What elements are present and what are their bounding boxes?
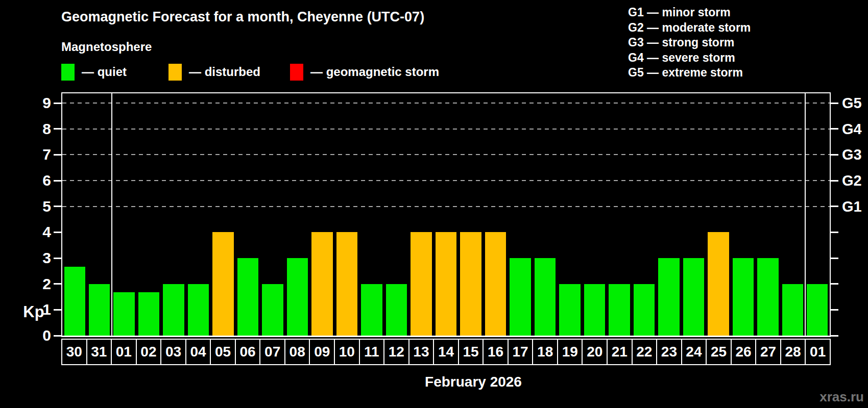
right-tick-kp9 xyxy=(831,103,838,104)
month-boundary-line xyxy=(805,93,806,336)
geomagnetic-forecast-page: Geomagnetic Forecast for a month, Cheyen… xyxy=(0,0,868,408)
kp-bar-day-19 xyxy=(559,284,580,336)
plot-area xyxy=(61,92,831,337)
y-axis-label-9: 9 xyxy=(20,94,51,112)
kp-bar-day-20 xyxy=(584,284,605,336)
left-tick-kp6 xyxy=(54,180,61,182)
g-scale-line-g5: G5 — extreme storm xyxy=(628,65,751,81)
legend-item-disturbed: — disturbed xyxy=(168,62,260,82)
day-label-25: 25 xyxy=(707,340,732,364)
day-label-08: 08 xyxy=(285,340,310,364)
right-tick-kp3 xyxy=(831,258,838,259)
day-label-15: 15 xyxy=(459,340,484,364)
right-tick-kp7 xyxy=(831,154,838,156)
right-tick-kp4 xyxy=(831,232,838,233)
kp-bar-day-28 xyxy=(782,284,803,336)
day-label-12: 12 xyxy=(384,340,409,364)
kp-bar-day-21 xyxy=(609,284,630,336)
day-label-22: 22 xyxy=(633,340,658,364)
legend-label-storm: — geomagnetic storm xyxy=(310,65,439,79)
day-label-04: 04 xyxy=(186,340,211,364)
legend-item-quiet: — quiet xyxy=(61,62,127,82)
gridline-kp8 xyxy=(62,129,830,130)
day-label-11: 11 xyxy=(360,340,385,364)
day-label-24: 24 xyxy=(682,340,707,364)
month-boundary-line xyxy=(111,93,112,336)
kp-bar-day-16 xyxy=(485,232,506,336)
left-tick-kp3 xyxy=(54,258,61,259)
day-label-10: 10 xyxy=(335,340,360,364)
g-axis-label-g5: G5 xyxy=(842,94,868,112)
legend-item-storm: — geomagnetic storm xyxy=(290,62,439,82)
day-label-19: 19 xyxy=(558,340,583,364)
y-axis-label-1: 1 xyxy=(20,301,51,318)
left-tick-kp2 xyxy=(54,283,61,285)
gridline-kp5 xyxy=(62,206,830,207)
day-label-17: 17 xyxy=(509,340,534,364)
y-axis-label-5: 5 xyxy=(20,198,51,215)
kp-bar-day-15 xyxy=(460,232,481,336)
kp-bar-day-06 xyxy=(237,258,258,336)
g-axis-label-g1: G1 xyxy=(842,198,868,215)
day-label-16: 16 xyxy=(484,340,509,364)
y-axis-label-0: 0 xyxy=(20,327,51,344)
kp-bar-day-26 xyxy=(733,258,754,336)
day-label-26: 26 xyxy=(732,340,757,364)
day-label-02: 02 xyxy=(137,340,162,364)
kp-bar-day-05 xyxy=(212,232,233,336)
x-axis-day-labels: 3031010203040506070809101112131415161718… xyxy=(61,339,831,365)
right-tick-kp8 xyxy=(831,128,838,130)
day-label-01: 01 xyxy=(806,340,830,364)
legend-label-quiet: — quiet xyxy=(82,65,127,79)
day-label-30: 30 xyxy=(62,340,87,364)
right-tick-kp5 xyxy=(831,206,838,207)
left-tick-kp0 xyxy=(54,335,61,337)
g-scale-line-g4: G4 — severe storm xyxy=(628,50,751,66)
quiet-color-swatch xyxy=(61,64,75,81)
kp-bar-day-01 xyxy=(807,284,828,336)
kp-bar-day-12 xyxy=(386,284,407,336)
day-label-13: 13 xyxy=(409,340,435,364)
y-axis-label-3: 3 xyxy=(20,249,51,267)
day-label-28: 28 xyxy=(781,340,806,364)
g-scale-line-g1: G1 — minor storm xyxy=(628,5,751,20)
kp-bar-day-30 xyxy=(64,267,85,336)
day-label-20: 20 xyxy=(583,340,608,364)
left-tick-kp8 xyxy=(54,128,61,130)
gridline-kp6 xyxy=(62,180,830,181)
kp-bar-day-04 xyxy=(188,284,209,336)
right-tick-kp0 xyxy=(831,335,838,337)
disturbed-color-swatch xyxy=(168,64,182,81)
chart-subtitle: Magnetosphere xyxy=(61,40,152,54)
storm-color-swatch xyxy=(290,64,303,81)
left-tick-kp4 xyxy=(54,232,61,233)
kp-bar-day-09 xyxy=(311,232,332,336)
day-label-01: 01 xyxy=(112,340,137,364)
gridline-kp7 xyxy=(62,154,830,155)
day-label-05: 05 xyxy=(211,340,236,364)
kp-bar-day-02 xyxy=(138,292,159,336)
right-tick-kp6 xyxy=(831,180,838,182)
day-label-09: 09 xyxy=(310,340,335,364)
kp-bar-day-07 xyxy=(262,284,283,336)
kp-bar-day-25 xyxy=(708,232,729,336)
g-scale-line-g2: G2 — moderate storm xyxy=(628,20,751,36)
left-tick-kp1 xyxy=(54,309,61,311)
day-label-31: 31 xyxy=(87,340,112,364)
day-label-14: 14 xyxy=(434,340,459,364)
kp-bar-day-03 xyxy=(163,284,184,336)
day-label-27: 27 xyxy=(756,340,781,364)
kp-bar-day-23 xyxy=(658,258,679,336)
g-scale-legend: G1 — minor storm G2 — moderate storm G3 … xyxy=(628,5,751,81)
y-axis-label-7: 7 xyxy=(20,146,51,163)
g-axis-label-g4: G4 xyxy=(842,120,868,138)
kp-bar-day-01 xyxy=(113,292,134,336)
kp-bar-day-13 xyxy=(411,232,431,336)
g-axis-label-g2: G2 xyxy=(842,172,868,189)
month-label: February 2026 xyxy=(394,374,552,390)
day-label-03: 03 xyxy=(161,340,186,364)
left-tick-kp9 xyxy=(54,103,61,104)
day-label-23: 23 xyxy=(657,340,682,364)
g-scale-line-g3: G3 — strong storm xyxy=(628,35,751,50)
g-axis-label-g3: G3 xyxy=(842,146,868,163)
